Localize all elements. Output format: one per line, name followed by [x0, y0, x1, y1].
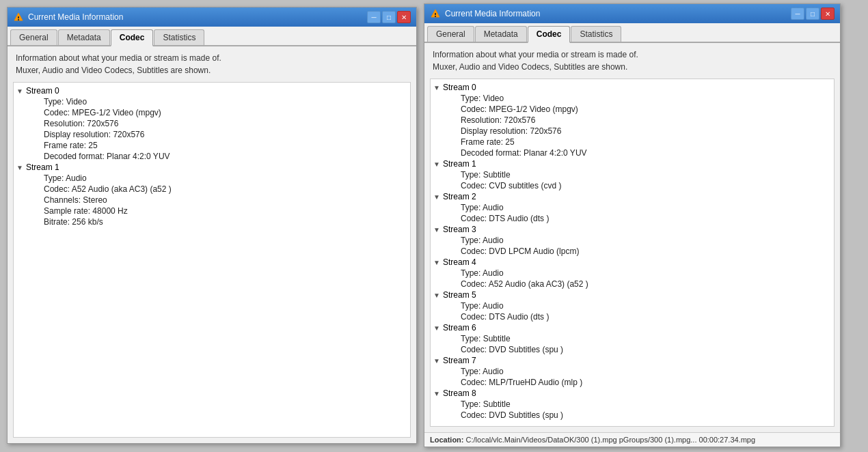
prop-line: Type: Audio — [461, 202, 831, 213]
right-stream-6-props: Type: Subtitle Codec: DVD Subtitles (spu… — [433, 333, 831, 355]
prop-line: Type: Audio — [461, 268, 831, 279]
vlc-icon-right — [430, 8, 441, 19]
list-item: ▼ Stream 4 Type: Audio Codec: A52 Audio … — [433, 257, 831, 289]
list-item: ▼ Stream 7 Type: Audio Codec: MLP/TrueHD… — [433, 355, 831, 388]
left-maximize-btn[interactable]: □ — [382, 11, 396, 23]
right-stream-5-label: Stream 5 — [443, 290, 476, 300]
collapse-icon[interactable]: ▼ — [16, 164, 23, 171]
collapse-icon[interactable]: ▼ — [433, 292, 440, 299]
left-tab-statistics[interactable]: Statistics — [154, 29, 204, 45]
right-stream-4-props: Type: Audio Codec: A52 Audio (aka AC3) (… — [433, 268, 831, 289]
right-info-line2: Muxer, Audio and Video Codecs, Subtitles… — [433, 61, 832, 73]
prop-line: Frame rate: 25 — [44, 140, 407, 151]
collapse-icon[interactable]: ▼ — [433, 324, 440, 332]
left-tab-codec[interactable]: Codec — [111, 29, 154, 46]
left-window-title: Current Media Information — [28, 12, 123, 22]
right-info-text: Information about what your media or str… — [424, 43, 840, 76]
stream-0-props: Type: Video Codec: MPEG-1/2 Video (mpgv)… — [16, 96, 407, 162]
prop-line: Codec: DVD Subtitles (spu ) — [461, 344, 831, 355]
prop-line: Type: Audio — [461, 235, 831, 246]
collapse-icon[interactable]: ▼ — [433, 259, 440, 266]
right-stream-1-props: Type: Subtitle Codec: CVD subtitles (cvd… — [433, 169, 831, 191]
prop-line: Type: Audio — [461, 366, 831, 377]
prop-line: Resolution: 720x576 — [44, 118, 407, 129]
right-window-title: Current Media Information — [445, 9, 540, 18]
right-stream-8-props: Type: Subtitle Codec: DVD Subtitles (spu… — [433, 399, 831, 421]
left-window: Current Media Information ─ □ ✕ General … — [7, 7, 417, 444]
right-stream-5-props: Type: Audio Codec: DTS Audio (dts ) — [433, 300, 831, 322]
left-close-btn[interactable]: ✕ — [397, 11, 411, 23]
prop-line: Type: Subtitle — [461, 399, 831, 410]
right-tab-codec[interactable]: Codec — [528, 26, 571, 43]
right-minimize-btn[interactable]: ─ — [791, 8, 804, 20]
collapse-icon[interactable]: ▼ — [433, 193, 440, 201]
collapse-icon[interactable]: ▼ — [16, 87, 23, 95]
left-tab-bar: General Metadata Codec Statistics — [8, 27, 416, 46]
right-stream-3-props: Type: Audio Codec: DVD LPCM Audio (lpcm) — [433, 235, 831, 257]
left-tab-content: Information about what your media or str… — [8, 46, 416, 443]
prop-line: Codec: DVD Subtitles (spu ) — [461, 410, 831, 421]
left-title-left: Current Media Information — [13, 12, 123, 23]
right-stream-7-props: Type: Audio Codec: MLP/TrueHD Audio (mlp… — [433, 366, 831, 388]
left-info-line1: Information about what your media or str… — [16, 52, 408, 64]
right-close-btn[interactable]: ✕ — [821, 8, 835, 20]
left-info-line2: Muxer, Audio and Video Codecs, Subtitles… — [16, 64, 408, 76]
right-stream-4-header: ▼ Stream 4 — [433, 257, 831, 268]
right-tab-bar: General Metadata Codec Statistics — [424, 23, 840, 43]
list-item: ▼ Stream 0 Type: Video Codec: MPEG-1/2 V… — [433, 82, 831, 158]
prop-line: Type: Audio — [44, 173, 407, 184]
prop-line: Codec: A52 Audio (aka AC3) (a52 ) — [44, 184, 407, 195]
prop-line: Decoded format: Planar 4:2:0 YUV — [461, 147, 831, 158]
collapse-icon[interactable]: ▼ — [433, 160, 440, 168]
prop-line: Codec: MPEG-1/2 Video (mpgv) — [461, 104, 831, 115]
left-tab-general[interactable]: General — [10, 29, 57, 45]
prop-line: Type: Video — [44, 96, 407, 107]
collapse-icon[interactable]: ▼ — [433, 226, 440, 234]
prop-line: Display resolution: 720x576 — [44, 129, 407, 140]
list-item: ▼ Stream 3 Type: Audio Codec: DVD LPCM A… — [433, 224, 831, 257]
list-item: ▼ Stream 8 Type: Subtitle Codec: DVD Sub… — [433, 388, 831, 421]
left-minimize-btn[interactable]: ─ — [367, 11, 381, 23]
collapse-icon[interactable]: ▼ — [433, 84, 440, 91]
svg-rect-2 — [18, 19, 19, 20]
right-stream-1-label: Stream 1 — [443, 159, 476, 169]
right-stream-7-label: Stream 7 — [443, 356, 476, 365]
right-tab-general[interactable]: General — [427, 26, 474, 42]
list-item: ▼ Stream 6 Type: Subtitle Codec: DVD Sub… — [433, 322, 831, 355]
svg-rect-1 — [18, 16, 19, 18]
left-info-text: Information about what your media or str… — [8, 46, 416, 79]
left-tree-container[interactable]: ▼ Stream 0 Type: Video Codec: MPEG-1/2 V… — [13, 82, 411, 438]
svg-rect-4 — [435, 13, 436, 15]
prop-line: Channels: Stereo — [44, 195, 407, 206]
right-stream-3-header: ▼ Stream 3 — [433, 224, 831, 235]
collapse-icon[interactable]: ▼ — [433, 390, 440, 397]
left-title-bar: Current Media Information ─ □ ✕ — [8, 8, 416, 27]
right-stream-2-label: Stream 2 — [443, 192, 476, 201]
prop-line: Codec: A52 Audio (aka AC3) (a52 ) — [461, 279, 831, 289]
prop-line: Type: Audio — [461, 300, 831, 311]
right-title-controls: ─ □ ✕ — [791, 8, 835, 20]
svg-rect-5 — [435, 16, 436, 17]
location-bar: Location: C:/local/vlc.Main/Videos/DataO… — [424, 432, 840, 447]
right-tree-container[interactable]: ▼ Stream 0 Type: Video Codec: MPEG-1/2 V… — [430, 79, 835, 427]
right-stream-0-label: Stream 0 — [443, 83, 476, 92]
stream-0-label: Stream 0 — [26, 86, 59, 96]
right-tab-metadata[interactable]: Metadata — [475, 26, 527, 42]
right-stream-6-label: Stream 6 — [443, 323, 476, 333]
right-stream-5-header: ▼ Stream 5 — [433, 289, 831, 300]
prop-line: Codec: DTS Audio (dts ) — [461, 213, 831, 224]
right-stream-2-props: Type: Audio Codec: DTS Audio (dts ) — [433, 202, 831, 224]
right-title-left: Current Media Information — [430, 8, 540, 19]
right-stream-8-label: Stream 8 — [443, 389, 476, 398]
location-label: Location: — [430, 436, 464, 444]
list-item: ▼ Stream 5 Type: Audio Codec: DTS Audio … — [433, 289, 831, 322]
left-tab-metadata[interactable]: Metadata — [58, 29, 110, 45]
prop-line: Sample rate: 48000 Hz — [44, 206, 407, 216]
right-maximize-btn[interactable]: □ — [806, 8, 819, 20]
collapse-icon[interactable]: ▼ — [433, 357, 440, 365]
stream-1-props: Type: Audio Codec: A52 Audio (aka AC3) (… — [16, 173, 407, 227]
right-tab-statistics[interactable]: Statistics — [571, 26, 621, 42]
prop-line: Frame rate: 25 — [461, 137, 831, 147]
right-tab-content: Information about what your media or str… — [424, 43, 840, 447]
prop-line: Codec: CVD subtitles (cvd ) — [461, 180, 831, 191]
